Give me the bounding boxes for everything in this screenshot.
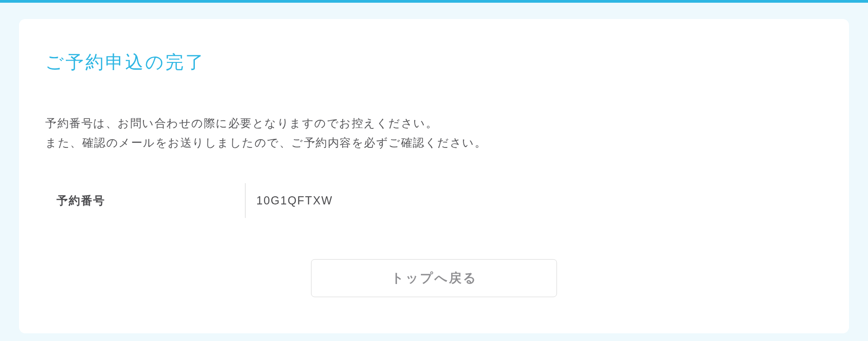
reservation-number-value: 10G1QFTXW (245, 183, 823, 218)
main-card: ご予約申込の完了 予約番号は、お問い合わせの際に必要となりますのでお控えください… (19, 19, 849, 333)
reservation-number-label: 予約番号 (46, 183, 245, 218)
confirmation-description: 予約番号は、お問い合わせの際に必要となりますのでお控えください。また、確認のメー… (45, 114, 823, 152)
accent-top-bar (0, 0, 868, 3)
table-row: 予約番号 10G1QFTXW (46, 183, 823, 218)
page-title: ご予約申込の完了 (45, 50, 823, 75)
back-to-top-button[interactable]: トップへ戻る (311, 259, 557, 297)
button-row: トップへ戻る (45, 259, 823, 297)
reservation-info-table: 予約番号 10G1QFTXW (45, 183, 823, 218)
